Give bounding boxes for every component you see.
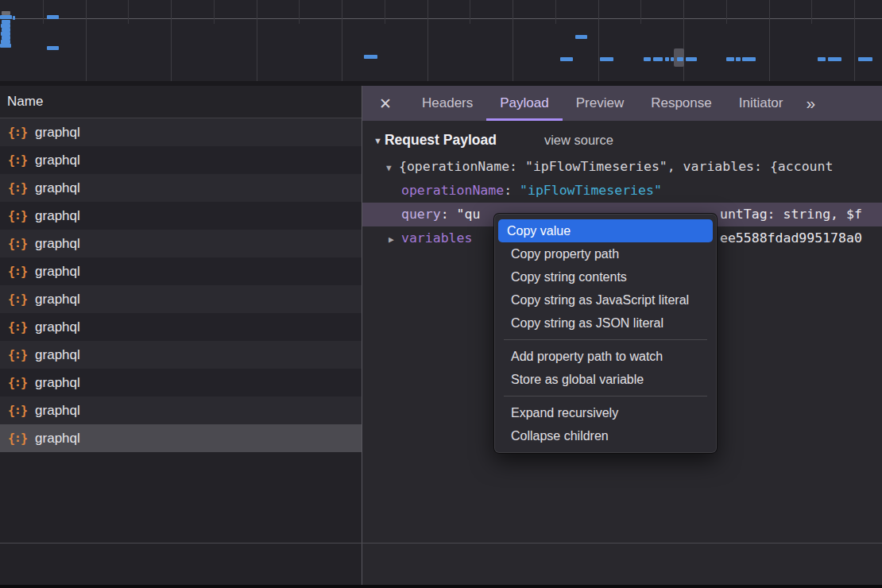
menu-item-copy-string-contents[interactable]: Copy string contents [498, 265, 713, 288]
overview-gridline-minor [640, 0, 641, 24]
overview-gridline [598, 0, 599, 81]
overview-gridline-minor [811, 0, 812, 24]
json-icon: {∶} [8, 404, 27, 418]
view-source-link[interactable]: view source [544, 133, 613, 148]
waterfall-bar [828, 57, 841, 61]
tab-payload[interactable]: Payload [486, 86, 562, 121]
network-request-row[interactable]: {∶}graphql [0, 118, 362, 146]
request-name-label: graphql [35, 431, 80, 447]
network-main-split: Name {∶}graphql{∶}graphql{∶}graphql{∶}gr… [0, 86, 882, 588]
network-request-row[interactable]: {∶}graphql [0, 341, 362, 369]
network-request-row[interactable]: {∶}graphql [0, 174, 362, 202]
menu-item-copy-string-as-javascript-literal[interactable]: Copy string as JavaScript literal [498, 288, 713, 311]
waterfall-bar [742, 57, 756, 61]
object-preview: {operationName: "ipFlowTimeseries", vari… [399, 159, 833, 174]
waterfall-bar [600, 57, 613, 61]
network-request-row[interactable]: {∶}graphql [0, 424, 362, 452]
network-request-row[interactable]: {∶}graphql [0, 146, 362, 174]
waterfall-bar [858, 57, 872, 61]
overview-gridline [257, 0, 257, 81]
overview-gridline [86, 0, 87, 81]
expand-icon[interactable]: ▶ [389, 228, 401, 250]
json-icon: {∶} [8, 265, 27, 279]
json-icon: {∶} [8, 209, 27, 223]
property-key: variables [401, 230, 472, 246]
tree-row-operation-name[interactable]: operationName: "ipFlowTimeseries" [362, 179, 882, 203]
menu-item-store-as-global-variable[interactable]: Store as global variable [498, 368, 713, 391]
waterfall-bar [364, 55, 377, 59]
request-payload-section-header[interactable]: ▼ Request Payload view source [373, 132, 882, 149]
json-icon: {∶} [8, 126, 27, 140]
menu-item-copy-property-path[interactable]: Copy property path [498, 242, 713, 265]
overview-gridline-minor [385, 0, 385, 24]
expand-icon[interactable]: ▼ [386, 157, 399, 179]
overview-gridline [342, 0, 342, 81]
close-icon[interactable]: ✕ [362, 86, 408, 121]
tab-initiator[interactable]: Initiator [725, 86, 797, 121]
window-bottom-edge [0, 585, 882, 588]
tab-headers[interactable]: Headers [408, 86, 486, 121]
overview-gridline-minor [214, 0, 215, 24]
context-menu: Copy valueCopy property pathCopy string … [493, 213, 718, 454]
overflow-tabs-icon[interactable]: » [806, 86, 814, 121]
request-name-label: graphql [35, 264, 80, 280]
waterfall-bar [736, 57, 741, 61]
column-header-name[interactable]: Name [0, 86, 362, 118]
request-name-label: graphql [35, 347, 80, 363]
waterfall-bar [653, 57, 663, 61]
waterfall-bar [726, 57, 734, 61]
json-icon: {∶} [8, 237, 27, 251]
overview-gridline [171, 0, 172, 81]
network-request-row[interactable]: {∶}graphql [0, 369, 362, 397]
network-request-row[interactable]: {∶}graphql [0, 313, 362, 341]
property-preview-right-fragment: ee5588fdad995178a0 [720, 226, 862, 250]
key-separator: : [441, 207, 457, 222]
json-icon: {∶} [8, 376, 27, 390]
section-title: Request Payload [385, 132, 497, 149]
request-name-label: graphql [35, 292, 80, 308]
waterfall-bar [13, 16, 15, 20]
json-icon: {∶} [8, 292, 27, 307]
overview-gridline-horizontal [0, 18, 882, 19]
network-request-row[interactable]: {∶}graphql [0, 230, 362, 257]
waterfall-bar [818, 57, 826, 61]
tab-preview[interactable]: Preview [563, 86, 637, 121]
property-key: query [401, 207, 441, 222]
tab-response[interactable]: Response [637, 86, 725, 121]
menu-item-collapse-children[interactable]: Collapse children [498, 424, 713, 447]
overview-gridline-minor [299, 0, 300, 24]
property-value-right-fragment: untTag: string, $f [720, 203, 862, 226]
overview-gridline [769, 0, 770, 81]
network-request-row[interactable]: {∶}graphql [0, 285, 362, 313]
property-value: "ipFlowTimeseries" [520, 183, 662, 198]
network-request-row[interactable]: {∶}graphql [0, 397, 362, 424]
overview-gridline-minor [470, 0, 470, 24]
overview-gridline [854, 0, 855, 81]
waterfall-bar [575, 35, 587, 39]
menu-item-copy-string-as-json-literal[interactable]: Copy string as JSON literal [498, 311, 713, 335]
request-name-label: graphql [35, 125, 80, 141]
menu-item-add-property-path-to-watch[interactable]: Add property path to watch [498, 345, 713, 368]
section-collapse-icon[interactable]: ▼ [373, 136, 382, 145]
overview-gridline [427, 0, 428, 81]
waterfall-bar [47, 46, 59, 50]
menu-item-expand-recursively[interactable]: Expand recursively [498, 401, 713, 424]
request-list-panel: Name {∶}graphql{∶}graphql{∶}graphql{∶}gr… [0, 86, 362, 588]
column-header-label: Name [7, 94, 43, 110]
menu-separator [504, 339, 707, 340]
tree-row-root[interactable]: ▼{operationName: "ipFlowTimeseries", var… [362, 155, 882, 179]
network-request-row[interactable]: {∶}graphql [0, 257, 362, 285]
request-name-label: graphql [35, 403, 80, 419]
overview-gridline-minor [43, 0, 44, 24]
json-icon: {∶} [8, 348, 27, 362]
menu-separator [504, 396, 707, 397]
waterfall-bar [47, 15, 59, 19]
waterfall-bar [686, 57, 697, 61]
network-request-row[interactable]: {∶}graphql [0, 202, 362, 230]
waterfall-bar [644, 57, 651, 61]
request-list: {∶}graphql{∶}graphql{∶}graphql{∶}graphql… [0, 118, 362, 452]
overview-gridline-minor [555, 0, 556, 24]
network-overview-timeline[interactable] [0, 0, 882, 81]
menu-item-copy-value[interactable]: Copy value [498, 219, 713, 242]
waterfall-bar [0, 15, 12, 19]
